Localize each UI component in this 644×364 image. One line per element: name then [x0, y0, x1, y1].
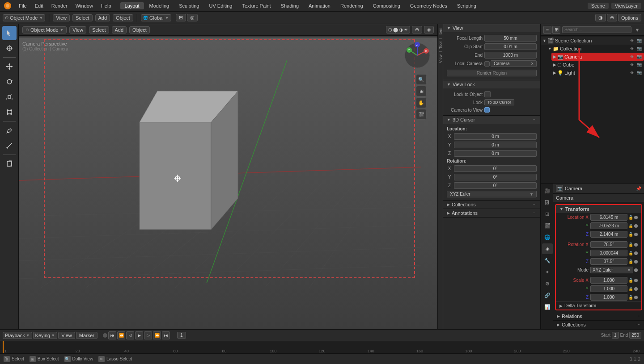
- add-cube-tool[interactable]: [2, 157, 17, 171]
- prop-constraints-btn[interactable]: 🔗: [542, 290, 553, 301]
- tab-layout[interactable]: Layout: [120, 2, 144, 9]
- scale-z-value[interactable]: 1.000: [590, 294, 627, 301]
- loc-z-value[interactable]: 2.1404 m: [590, 231, 627, 238]
- collections-section[interactable]: ▶ Collections ⋯: [443, 201, 540, 209]
- tab-modeling[interactable]: Modeling: [145, 2, 174, 9]
- 3d-viewport[interactable]: ⊙ Object Mode ▼ View Select Add Object ⬡…: [19, 24, 437, 329]
- loc-y-value[interactable]: -9.0523 m: [590, 222, 627, 229]
- prop-view-layer-btn[interactable]: ⊞: [542, 209, 553, 219]
- prop-coll-options[interactable]: ⋯: [636, 322, 640, 327]
- select-tool[interactable]: [2, 26, 17, 40]
- focal-length-value[interactable]: 50 mm: [484, 35, 537, 42]
- start-frame[interactable]: 1: [612, 332, 619, 339]
- menu-file[interactable]: File: [15, 2, 30, 9]
- tab-geo-nodes[interactable]: Geometry Nodes: [406, 2, 452, 9]
- view-lock-header[interactable]: ▼ View Lock: [443, 80, 540, 88]
- rotate-tool[interactable]: [2, 75, 17, 89]
- view-menu[interactable]: View: [53, 14, 70, 21]
- prop-particles-btn[interactable]: ✦: [542, 267, 553, 277]
- prop-data-btn[interactable]: 📊: [542, 301, 553, 312]
- prop-collections-section[interactable]: ▶ Collections ⋯: [553, 321, 644, 329]
- scale-y-dot[interactable]: [634, 287, 638, 291]
- loc-x-value[interactable]: 6.8145 m: [590, 214, 627, 221]
- camera-clear-icon[interactable]: ×: [531, 61, 534, 66]
- timeline-view-btn[interactable]: View: [58, 332, 75, 339]
- menu-help[interactable]: Help: [97, 2, 115, 9]
- menu-edit[interactable]: Edit: [31, 2, 47, 9]
- prop-world-btn[interactable]: 🌐: [542, 232, 553, 243]
- prop-object-btn[interactable]: ◈: [542, 243, 553, 254]
- overlay-toggle[interactable]: ⊕: [412, 26, 422, 33]
- viewport-object-menu[interactable]: Object: [129, 26, 150, 33]
- annotations-options[interactable]: ⋯: [533, 211, 537, 215]
- viewport-add-menu[interactable]: Add: [112, 26, 127, 33]
- pan-btn[interactable]: ✋: [416, 97, 427, 108]
- measure-tool[interactable]: [2, 138, 17, 153]
- clip-end-value[interactable]: 1000 m: [484, 52, 537, 59]
- zoom-extents-btn[interactable]: ⊞: [416, 86, 427, 96]
- tab-animation[interactable]: Animation: [304, 2, 335, 9]
- cursor-z-value[interactable]: 0 m: [454, 150, 537, 157]
- camera-render[interactable]: 📷: [636, 54, 642, 60]
- camera-view-btn[interactable]: 🎬: [416, 109, 427, 120]
- lock-3d-cursor[interactable]: To 3D Cursor: [484, 99, 514, 105]
- scene-collection-item[interactable]: ▼ 🎬 Scene Collection 👁 📷: [541, 37, 644, 45]
- scene-label[interactable]: Scene: [588, 3, 609, 9]
- camera-eye[interactable]: 👁: [629, 54, 635, 60]
- viewport-view-menu[interactable]: View: [69, 26, 86, 33]
- rot-mode-select[interactable]: XYZ Euler ▼: [590, 267, 633, 273]
- rot-x-lock[interactable]: 🔓: [628, 243, 633, 247]
- loc-x-lock[interactable]: 🔓: [628, 215, 633, 220]
- cube-camera[interactable]: 📷: [636, 62, 642, 68]
- options-btn[interactable]: Options: [618, 14, 641, 21]
- tab-sculpting[interactable]: Sculpting: [174, 2, 203, 9]
- next-frame-btn[interactable]: ▷: [144, 331, 152, 339]
- rot-x-dot[interactable]: [634, 243, 638, 247]
- prop-header-pin[interactable]: 📌: [636, 186, 641, 191]
- status-lasso[interactable]: ✏ Lasso Select: [98, 356, 132, 362]
- 3d-scene[interactable]: X Y Z 🔍 ⊞ ✋ 🎬 Camera Perspective: [19, 38, 437, 329]
- rot-y-dot[interactable]: [634, 251, 638, 255]
- tab-texture[interactable]: Texture Paint: [237, 2, 275, 9]
- tab-uv[interactable]: UV Editing: [204, 2, 237, 9]
- render-region-btn[interactable]: Render Region: [447, 70, 537, 76]
- scene-coll-camera[interactable]: 📷: [636, 38, 642, 44]
- object-menu[interactable]: Object: [113, 14, 133, 21]
- playback-selector[interactable]: Playback ▼: [3, 332, 32, 339]
- rot-z-dot[interactable]: [634, 260, 638, 264]
- prev-keyframe-btn[interactable]: ⏪: [117, 331, 125, 339]
- keying-selector[interactable]: Keying ▼: [33, 332, 58, 339]
- camera-to-view-checkbox[interactable]: [484, 107, 490, 113]
- delta-transform-row[interactable]: ▶ Delta Transform: [556, 301, 641, 310]
- lock-object-field[interactable]: [484, 91, 491, 97]
- zoom-in-btn[interactable]: 🔍: [416, 74, 427, 85]
- loc-z-lock[interactable]: 🔓: [628, 232, 633, 237]
- cube-eye[interactable]: 👁: [629, 62, 635, 68]
- cursor-rx-value[interactable]: 0°: [454, 165, 537, 172]
- transform-tool[interactable]: [2, 105, 17, 119]
- tab-scripting[interactable]: Scripting: [453, 2, 481, 9]
- rot-z-lock[interactable]: 🔓: [628, 259, 633, 264]
- outliner-view-btn[interactable]: ⊞: [552, 26, 560, 34]
- scale-x-dot[interactable]: [634, 279, 638, 282]
- clip-start-value[interactable]: 0.01 m: [484, 43, 537, 50]
- rot-x-value[interactable]: 78.5°: [590, 241, 627, 248]
- cursor-ry-value[interactable]: 0°: [454, 174, 537, 180]
- status-dolly[interactable]: 🔍 Dolly View: [64, 356, 93, 362]
- viewport-select-menu[interactable]: Select: [89, 26, 109, 33]
- viewport-mode-selector[interactable]: ⊙ Object Mode ▼: [22, 26, 67, 33]
- annotations-section[interactable]: ▶ Annotations ⋯: [443, 209, 540, 218]
- annotate-tool[interactable]: [2, 123, 17, 138]
- end-frame[interactable]: 250: [629, 332, 641, 339]
- loc-z-dot[interactable]: [634, 233, 638, 236]
- next-keyframe-btn[interactable]: ⏩: [153, 331, 161, 339]
- scale-tool[interactable]: [2, 90, 17, 104]
- status-box-select[interactable]: ⊞ Box Select: [30, 356, 59, 362]
- loc-y-lock[interactable]: 🔓: [628, 224, 633, 228]
- outliner-filter-btn[interactable]: ≡: [543, 26, 551, 34]
- scale-z-dot[interactable]: [634, 296, 638, 299]
- view-tab[interactable]: View: [438, 53, 443, 65]
- jump-start-btn[interactable]: ⏮: [108, 331, 116, 339]
- mode-selector[interactable]: ⊙ Object Mode ▼: [3, 14, 45, 21]
- coll-camera[interactable]: 📷: [636, 46, 642, 52]
